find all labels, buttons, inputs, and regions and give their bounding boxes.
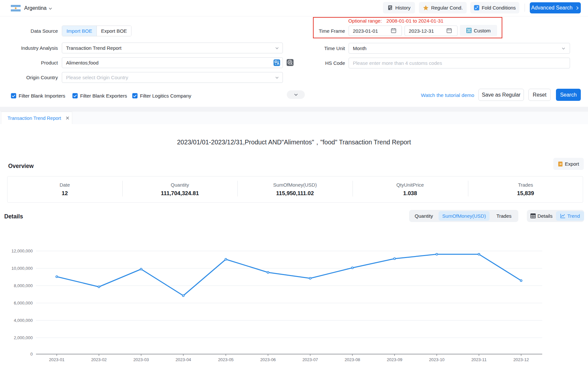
svg-text:2023-12: 2023-12 [513, 357, 529, 362]
svg-text:2,000,000: 2,000,000 [14, 335, 33, 340]
svg-text:2023-04: 2023-04 [176, 357, 191, 362]
svg-text:4,000,000: 4,000,000 [14, 318, 33, 323]
svg-text:0: 0 [30, 352, 33, 357]
svg-text:2023-05: 2023-05 [218, 357, 234, 362]
svg-text:2023-03: 2023-03 [133, 357, 149, 362]
svg-text:2023-01: 2023-01 [49, 357, 65, 362]
svg-text:2023-06: 2023-06 [260, 357, 276, 362]
svg-text:2023-09: 2023-09 [387, 357, 403, 362]
svg-text:8,000,000: 8,000,000 [14, 283, 33, 288]
svg-text:12,000,000: 12,000,000 [11, 249, 33, 253]
svg-text:2023-10: 2023-10 [429, 357, 445, 362]
svg-text:10,000,000: 10,000,000 [11, 266, 33, 271]
svg-text:6,000,000: 6,000,000 [14, 301, 33, 305]
svg-text:2023-07: 2023-07 [303, 357, 318, 362]
svg-text:2023-02: 2023-02 [91, 357, 107, 362]
svg-text:2023-11: 2023-11 [471, 357, 487, 362]
svg-text:2023-08: 2023-08 [345, 357, 360, 362]
